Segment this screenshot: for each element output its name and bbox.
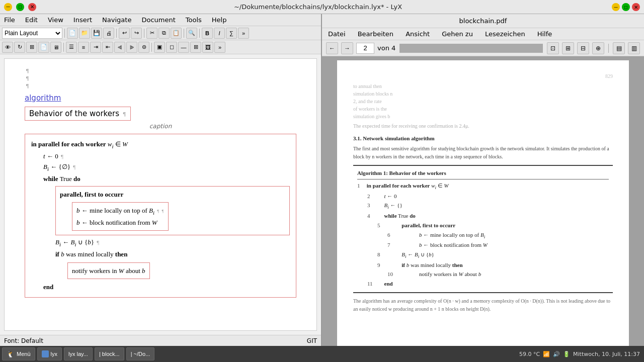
print-button[interactable]: 🖨: [103, 28, 114, 39]
math-button[interactable]: ∑: [226, 28, 237, 39]
pdf-menu-gehen[interactable]: Gehen zu: [440, 29, 475, 39]
notify-box: notify workers in W about b: [67, 262, 150, 280]
line-button[interactable]: —: [178, 42, 189, 53]
menu-tools[interactable]: Tools: [184, 15, 204, 25]
box-button[interactable]: ◻: [166, 42, 177, 53]
doc-canvas: ¶ ¶ ¶ algorithm Behavior of the workers …: [4, 58, 317, 331]
table-button[interactable]: ⊞: [190, 42, 201, 53]
pdf-body-text: The first and most sensitive algorithm f…: [353, 145, 613, 161]
pdf-window-title: blockchain.pdf: [459, 17, 507, 25]
toolbar-sep3: [144, 29, 144, 38]
pdf-algo-line-2: 2 t ← 0: [357, 192, 609, 201]
titlebar-left: ─ □ ✕: [4, 3, 36, 11]
frame-button[interactable]: ▣: [154, 42, 165, 53]
algo-body: t ← 0 ¶ Bi ← {∅} ¶ while True do paralle…: [31, 151, 290, 292]
page-total: von 4: [377, 44, 395, 52]
pdf-fit-page-button[interactable]: ⊞: [562, 42, 574, 54]
pdf-forward-button[interactable]: →: [341, 42, 353, 54]
redo-button[interactable]: ↪: [131, 28, 142, 39]
img-button[interactable]: 🖼: [202, 42, 213, 53]
blurred-text: The expected time for receiving one conf…: [353, 122, 613, 130]
pdf-fit-width-button[interactable]: ⊡: [547, 42, 559, 54]
list-button[interactable]: ☰: [66, 42, 77, 53]
split-view-button[interactable]: ⊞: [26, 42, 37, 53]
pdf-menu-lesezeichen[interactable]: Lesezeichen: [483, 29, 527, 39]
more2-button[interactable]: »: [214, 42, 225, 53]
git-status: GIT: [307, 337, 317, 344]
lyx-pane: File Edit View Insert Navigate Document …: [0, 14, 322, 346]
view2-button[interactable]: 🖥: [50, 42, 61, 53]
toolbar-sep1: [64, 29, 65, 38]
pdf-menu-ansicht[interactable]: Ansicht: [404, 29, 432, 39]
lyx-titlebar: ─ □ ✕ ~/Dokumente/blockchains/lyx/blockc…: [0, 0, 644, 14]
battery-icon: 🔋: [563, 351, 570, 357]
menu-insert[interactable]: Insert: [71, 15, 94, 25]
bold-button[interactable]: B: [202, 28, 213, 39]
pdf-menubar: Datei Bearbeiten Ansicht Gehen zu Leseze…: [322, 28, 644, 40]
temp-display: 59.0 °C: [519, 351, 540, 357]
close-button[interactable]: ✕: [28, 3, 36, 11]
open-button[interactable]: 📁: [79, 28, 90, 39]
save-button[interactable]: 💾: [91, 28, 102, 39]
alignc-button[interactable]: ⊜: [138, 42, 149, 53]
taskbar-block-label: | block...: [99, 351, 120, 357]
search-button[interactable]: 🔍: [186, 28, 197, 39]
pdf-right-panel-button[interactable]: ▥: [628, 42, 640, 54]
start-menu-button[interactable]: 🐧 Menü: [2, 347, 35, 360]
pdf-menu-bearbeiten[interactable]: Bearbeiten: [356, 29, 395, 39]
taskbar-item-do[interactable]: | ~/Do...: [126, 347, 155, 360]
line-t: t ← 0 ¶: [43, 151, 290, 161]
alignl-button[interactable]: ⫷: [114, 42, 125, 53]
taskbar-item-lyx-icon[interactable]: lyx: [37, 347, 62, 360]
italic-button[interactable]: I: [214, 28, 225, 39]
menu-help[interactable]: Help: [210, 15, 229, 25]
algorithm-label: algorithm: [25, 94, 296, 103]
volume-icon: 🔊: [553, 351, 560, 357]
minimize-button[interactable]: ─: [4, 3, 12, 11]
pdf-zoom-in-button[interactable]: ⊕: [592, 42, 604, 54]
pdf-back-button[interactable]: ←: [326, 42, 338, 54]
pdf-left-panel-button[interactable]: ▤: [613, 42, 625, 54]
pdf-zoom-out-button[interactable]: ⊟: [577, 42, 589, 54]
menu-navigate[interactable]: Navigate: [100, 15, 133, 25]
taskbar-item-block[interactable]: | block...: [95, 347, 124, 360]
layout-select[interactable]: Plain Layout: [2, 28, 62, 39]
line-while: while True do: [43, 174, 290, 184]
numlist-button[interactable]: ≡: [78, 42, 89, 53]
outdent-button[interactable]: ⇤: [102, 42, 113, 53]
indent-button[interactable]: ⇥: [90, 42, 101, 53]
menu-edit[interactable]: Edit: [23, 15, 40, 25]
pdf-algo-line-7: 7 b ← block notification from W: [357, 241, 609, 250]
maximize-button[interactable]: □: [16, 3, 24, 11]
menu-document[interactable]: Document: [139, 15, 177, 25]
update-button[interactable]: ↻: [14, 42, 25, 53]
pdf-section-title: 3.1. Network simulation algorithm: [353, 134, 613, 143]
page-number-input[interactable]: [356, 43, 374, 54]
copy-button[interactable]: ⧉: [158, 28, 170, 39]
alignr-button[interactable]: ⫸: [126, 42, 137, 53]
more-button[interactable]: »: [238, 28, 249, 39]
menu-view[interactable]: View: [46, 15, 65, 25]
toolbar2-sep2: [151, 43, 152, 52]
pdf-button[interactable]: 📄: [38, 42, 49, 53]
cut-button[interactable]: ✂: [146, 28, 157, 39]
header-line: in parallel for each worker wi ∈ W: [31, 139, 290, 150]
undo-button[interactable]: ↩: [119, 28, 130, 39]
paste-button[interactable]: 📋: [171, 28, 182, 39]
font-status: Font: Default: [4, 337, 43, 344]
time-display: Mittwoch, 10. Juli, 11:37: [573, 351, 640, 357]
taskbar-item-lyx[interactable]: lyx lay...: [64, 347, 93, 360]
caption-para-mark: ¶: [123, 111, 126, 118]
if-body: notify workers in W about b: [55, 260, 290, 282]
view-button[interactable]: 👁: [2, 42, 13, 53]
pdf-menu-hilfe[interactable]: Hilfe: [535, 29, 554, 39]
pdf-sep1: [399, 44, 543, 53]
taskbar-do-label: | ~/Do...: [131, 351, 150, 357]
lyx-icon: [42, 350, 49, 357]
menu-file[interactable]: File: [2, 15, 17, 25]
new-button[interactable]: 📄: [67, 28, 78, 39]
caption-box[interactable]: Behavior of the workers ¶: [25, 107, 131, 121]
network-icon: 📶: [543, 351, 550, 357]
pdf-menu-datei[interactable]: Datei: [326, 29, 348, 39]
caption-text: Behavior of the workers: [29, 109, 119, 118]
